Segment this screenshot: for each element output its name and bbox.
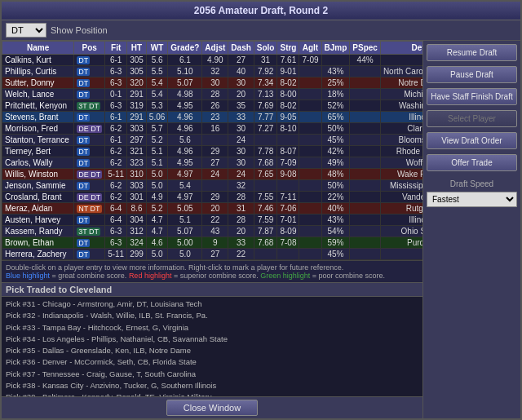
pick-item: Pick #32 - Indianapolis - Walsh, Willie,…	[6, 310, 418, 321]
cell-ht: 291	[127, 89, 147, 100]
cell-fit: 6-2	[105, 123, 127, 135]
select-player-button[interactable]: Select Player	[427, 110, 517, 127]
cell-adjst: 28	[202, 89, 228, 100]
table-row[interactable]: Stevens, BrantDT6-12915.064.9623337.779-…	[2, 112, 423, 123]
col-dash[interactable]: Dash	[228, 42, 254, 55]
cell-fit: 6-3	[105, 226, 127, 237]
cell-pspec	[350, 214, 381, 226]
cell-solo: 7.92	[254, 66, 277, 77]
draft-table-container[interactable]: Name Pos Fit HT WT Grade? Adjst Dash Sol…	[2, 41, 422, 260]
cell-dash: 35	[228, 100, 254, 112]
col-adjst[interactable]: Adjst	[202, 42, 228, 55]
table-row[interactable]: Jenson, SammieDT6-23035.05.43250%Mississ…	[2, 180, 423, 192]
cell-devl: Wofford	[380, 157, 422, 169]
resume-draft-button[interactable]: Resume Draft	[427, 44, 517, 61]
cell-aglt	[299, 66, 321, 77]
draft-speed-label: Draft Speed	[427, 179, 517, 188]
col-bjmp[interactable]: BJmp	[321, 42, 350, 55]
cell-bjmp: 25%	[321, 77, 350, 89]
cell-aglt	[299, 135, 321, 146]
cell-fit: 6-4	[105, 214, 127, 226]
cell-aglt	[299, 237, 321, 249]
cell-grade: 5.10	[168, 66, 202, 77]
col-name[interactable]: Name	[2, 42, 74, 55]
main-area: Name Pos Fit HT WT Grade? Adjst Dash Sol…	[2, 41, 520, 418]
window-title: 2056 Amateur Draft, Round 2	[194, 5, 328, 16]
cell-devl: Wake Forest	[380, 169, 422, 180]
pause-draft-button[interactable]: Pause Draft	[427, 66, 517, 83]
table-row[interactable]: Kassem, Randy3T DT6-33124.75.0743207.878…	[2, 226, 423, 237]
col-fit[interactable]: Fit	[105, 42, 127, 55]
col-pspec[interactable]: PSpec	[350, 42, 381, 55]
table-row[interactable]: Calkins, KurtDT6-13055.66.14.9027317.617…	[2, 55, 423, 66]
view-draft-order-button[interactable]: View Draft Order	[427, 132, 517, 149]
table-row[interactable]: Carlos, WallyDT6-23235.14.9527307.687-09…	[2, 157, 423, 169]
table-row[interactable]: Austen, HarveyDT6-43044.75.122287.597-01…	[2, 214, 423, 226]
table-row[interactable]: Meraz, AidanNT DT6-48.65.25.0520317.467-…	[2, 203, 423, 214]
col-strg[interactable]: Strg	[277, 42, 299, 55]
col-devl[interactable]: Devl	[380, 42, 422, 55]
draft-speed-select[interactable]: Slowest Slow Medium Fast Fastest	[427, 192, 517, 207]
cell-pspec	[350, 249, 381, 260]
cell-strg: 9-08	[277, 169, 299, 180]
picks-list[interactable]: Pick #31 - Chicago - Armstrong, Amir, DT…	[2, 297, 422, 396]
table-row[interactable]: Welch, LanceDT0-12915.44.9828207.138-001…	[2, 89, 423, 100]
table-row[interactable]: Crosland, BrantDE DT6-23014.94.9729287.5…	[2, 192, 423, 203]
cell-fit: 6-1	[105, 112, 127, 123]
cell-wt: 5.4	[146, 77, 167, 89]
cell-wt: 5.7	[146, 123, 167, 135]
cell-grade: 4.96	[168, 123, 202, 135]
cell-wt: 5.1	[146, 146, 167, 157]
cell-adjst: 4.90	[202, 55, 228, 66]
legend-green-label: Green highlight	[260, 272, 310, 280]
col-aglt[interactable]: Aglt	[299, 42, 321, 55]
cell-devl: Illinois	[380, 112, 422, 123]
cell-pos: DT	[74, 249, 105, 260]
table-row[interactable]: Morrison, FredDE DT6-23035.74.9616307.27…	[2, 123, 423, 135]
col-grade[interactable]: Grade?	[168, 42, 202, 55]
cell-bjmp: 42%	[321, 146, 350, 157]
cell-pspec	[350, 112, 381, 123]
legend-area: Double-click on a player entry to view m…	[2, 260, 422, 282]
offer-trade-button[interactable]: Offer Trade	[427, 154, 517, 171]
legend-line2: Blue highlight = great combine score. Re…	[6, 272, 418, 280]
cell-dash: 30	[228, 77, 254, 89]
position-filter-select[interactable]: DTAllQBRB WRTEOLDE LBCBSK	[6, 23, 46, 38]
col-wt[interactable]: WT	[146, 42, 167, 55]
table-row[interactable]: Brown, EthanDT6-33244.65.009337.687-0859…	[2, 237, 423, 249]
cell-wt: 4.7	[146, 226, 167, 237]
cell-pos: DE DT	[74, 123, 105, 135]
table-row[interactable]: Phillips, CurtisDT6-33055.55.1032407.929…	[2, 66, 423, 77]
col-pos[interactable]: Pos	[74, 42, 105, 55]
cell-grade: 5.07	[168, 226, 202, 237]
pick-item: Pick #36 - Denver - McCormick, Seth, CB,…	[6, 356, 418, 368]
table-row[interactable]: Willis, WinstonDE DT5-113105.04.9724247.…	[2, 169, 423, 180]
cell-strg: 8-07	[277, 146, 299, 157]
cell-ht: 321	[127, 146, 147, 157]
table-row[interactable]: Herrera, ZacheryDT5-112995.05.0272245%	[2, 249, 423, 260]
cell-ht: 312	[127, 226, 147, 237]
cell-ht: 320	[127, 77, 147, 89]
table-row[interactable]: Pritchett, Kenyon3T DT6-33195.34.9526357…	[2, 100, 423, 112]
cell-grade: 4.95	[168, 100, 202, 112]
cell-adjst	[202, 135, 228, 146]
cell-fit: 0-1	[105, 89, 127, 100]
cell-bjmp: 45%	[321, 135, 350, 146]
cell-bjmp: 54%	[321, 226, 350, 237]
col-solo[interactable]: Solo	[254, 42, 277, 55]
close-window-button[interactable]: Close Window	[166, 400, 258, 416]
cell-fit: 5-11	[105, 169, 127, 180]
have-staff-button[interactable]: Have Staff Finish Draft	[427, 88, 517, 105]
cell-grade: 4.96	[168, 112, 202, 123]
col-ht[interactable]: HT	[127, 42, 147, 55]
toolbar: DTAllQBRB WRTEOLDE LBCBSK Show Position	[2, 20, 520, 41]
table-row[interactable]: Tierney, BertDT6-23215.14.9629307.788-07…	[2, 146, 423, 157]
cell-ht: 323	[127, 157, 147, 169]
pick-item: Pick #31 - Chicago - Armstrong, Amir, DT…	[6, 298, 418, 310]
cell-ht: 8.6	[127, 203, 147, 214]
cell-pspec	[350, 237, 381, 249]
table-row[interactable]: Sutter, DonnyDT6-33205.45.0730307.348-02…	[2, 77, 423, 89]
cell-strg: 7-01	[277, 214, 299, 226]
table-header-row: Name Pos Fit HT WT Grade? Adjst Dash Sol…	[2, 42, 423, 55]
table-row[interactable]: Stanton, TerranceDT6-12975.25.62445%Bloo…	[2, 135, 423, 146]
